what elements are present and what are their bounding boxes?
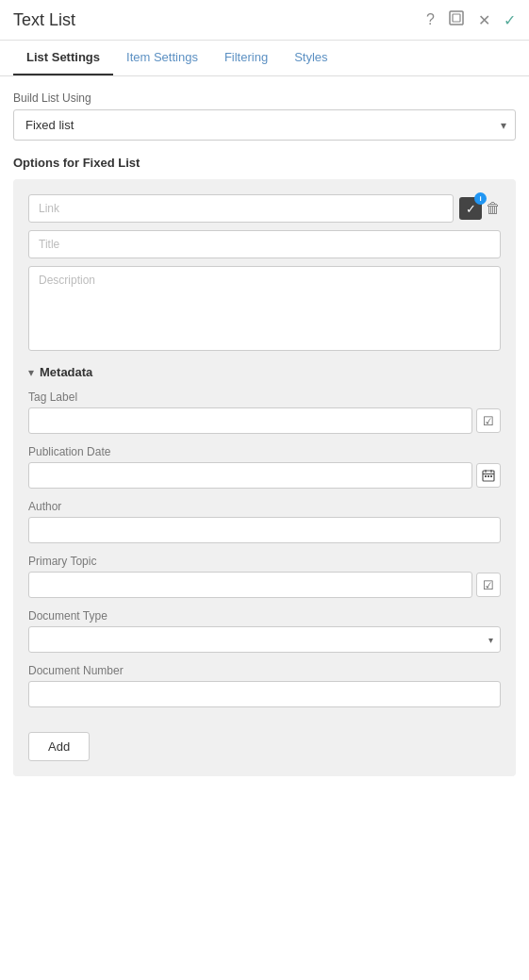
- primary-topic-input-row: ☑: [28, 572, 501, 598]
- link-icon-group: ✓ i 🗑: [459, 197, 501, 220]
- document-type-select[interactable]: Article Report Blog: [28, 626, 501, 653]
- title-input[interactable]: [28, 230, 501, 258]
- tag-label-field: Tag Label ☑: [28, 390, 501, 434]
- calendar-icon[interactable]: [476, 463, 501, 488]
- tab-list-settings[interactable]: List Settings: [13, 41, 113, 75]
- options-section-title: Options for Fixed List: [13, 156, 516, 170]
- metadata-toggle[interactable]: ▾ Metadata: [28, 365, 501, 379]
- tag-label-checkbox[interactable]: ☑: [476, 408, 501, 433]
- description-textarea[interactable]: [28, 266, 501, 351]
- link-row: ✓ i 🗑: [28, 194, 501, 223]
- help-icon[interactable]: ?: [426, 11, 435, 28]
- tag-label-input[interactable]: [28, 407, 472, 434]
- primary-topic-input[interactable]: [28, 572, 472, 598]
- document-type-select-wrapper: Article Report Blog ▾: [28, 626, 501, 653]
- author-label: Author: [28, 500, 501, 513]
- build-list-dropdown-wrapper: Fixed list Dynamic list ▾: [13, 109, 516, 141]
- publication-date-input[interactable]: [28, 462, 472, 489]
- info-icon: i: [474, 192, 487, 205]
- document-number-field: Document Number: [28, 664, 501, 707]
- tab-filtering[interactable]: Filtering: [211, 41, 281, 75]
- tab-item-settings[interactable]: Item Settings: [113, 41, 211, 75]
- check-info-badge[interactable]: ✓ i: [459, 197, 482, 220]
- author-field: Author: [28, 500, 501, 543]
- svg-rect-7: [488, 475, 489, 477]
- tag-label-text: Tag Label: [28, 390, 501, 404]
- link-input[interactable]: [28, 194, 454, 223]
- publication-date-input-row: [28, 462, 501, 489]
- svg-rect-0: [450, 11, 463, 25]
- metadata-label: Metadata: [40, 365, 92, 379]
- svg-rect-8: [490, 475, 492, 477]
- build-list-select[interactable]: Fixed list Dynamic list: [13, 109, 516, 141]
- primary-topic-checkbox[interactable]: ☑: [476, 573, 501, 597]
- svg-rect-6: [485, 475, 487, 477]
- document-type-label: Document Type: [28, 609, 501, 623]
- add-button[interactable]: Add: [28, 732, 90, 761]
- document-type-field: Document Type Article Report Blog ▾: [28, 609, 501, 653]
- tag-label-input-row: ☑: [28, 407, 501, 434]
- app-header: Text List ? ✕ ✓: [0, 0, 529, 41]
- document-number-input[interactable]: [28, 681, 501, 707]
- main-content: Build List Using Fixed list Dynamic list…: [0, 76, 529, 791]
- primary-topic-label: Primary Topic: [28, 555, 501, 568]
- app-title: Text List: [13, 10, 426, 30]
- delete-icon[interactable]: 🗑: [486, 200, 501, 217]
- expand-icon[interactable]: [448, 9, 465, 30]
- primary-topic-field: Primary Topic ☑: [28, 555, 501, 598]
- publication-date-label: Publication Date: [28, 445, 501, 458]
- fixed-list-options-panel: ✓ i 🗑 ▾ Metadata Tag Label ☑: [13, 179, 516, 776]
- link-input-wrapper: [28, 194, 454, 223]
- document-number-label: Document Number: [28, 664, 501, 677]
- author-input[interactable]: [28, 517, 501, 543]
- confirm-icon[interactable]: ✓: [504, 11, 516, 29]
- header-icon-group: ? ✕ ✓: [426, 9, 516, 30]
- tab-styles[interactable]: Styles: [281, 41, 340, 75]
- svg-rect-1: [453, 14, 460, 22]
- publication-date-field: Publication Date: [28, 445, 501, 489]
- build-list-label: Build List Using: [13, 91, 516, 105]
- metadata-chevron-icon: ▾: [28, 366, 34, 379]
- title-input-wrapper: [28, 230, 501, 258]
- close-icon[interactable]: ✕: [478, 11, 490, 29]
- tab-bar: List Settings Item Settings Filtering St…: [0, 41, 529, 76]
